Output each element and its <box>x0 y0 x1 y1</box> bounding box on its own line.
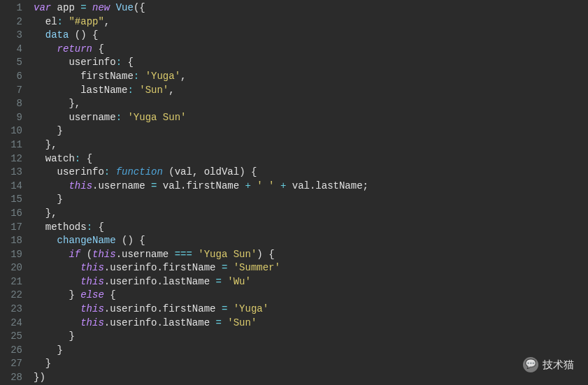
code-line[interactable]: var app = new Vue({ <box>34 1 588 15</box>
token-op: + <box>245 180 251 191</box>
code-line[interactable]: lastName: 'Sun', <box>34 84 588 98</box>
code-line[interactable]: changeName () { <box>34 234 588 248</box>
code-editor: 1234567891011121314151617181920212223242… <box>0 0 588 385</box>
token-punc: } <box>57 125 63 136</box>
token-id <box>227 262 233 273</box>
token-id: userinfo <box>110 276 157 287</box>
line-number: 2 <box>6 15 22 29</box>
code-line[interactable]: if (this.username === 'Yuga Sun') { <box>34 248 588 262</box>
code-line[interactable]: } <box>34 193 588 207</box>
token-id <box>34 249 69 260</box>
token-op: = <box>80 2 86 13</box>
token-id <box>34 180 69 191</box>
token-id: userinfo <box>34 166 104 177</box>
token-id <box>34 344 57 356</box>
token-this: this <box>92 249 116 260</box>
code-line[interactable]: this.username = val.firstName + ' ' + va… <box>34 180 588 194</box>
line-number: 19 <box>6 248 22 262</box>
token-id <box>80 153 86 164</box>
token-id <box>34 29 45 41</box>
code-line[interactable]: } else { <box>34 289 588 303</box>
code-line[interactable]: username: 'Yuga Sun' <box>34 111 588 125</box>
token-punc: } <box>57 194 63 205</box>
token-punc: }, <box>45 139 57 150</box>
line-number: 23 <box>6 303 22 317</box>
code-line[interactable]: el: "#app", <box>34 15 588 29</box>
token-op: : <box>75 153 80 164</box>
line-number: 7 <box>6 84 22 98</box>
code-line[interactable]: }, <box>34 138 588 152</box>
token-id <box>34 125 57 136</box>
token-punc: () { <box>75 29 99 41</box>
token-punc: . <box>157 262 162 273</box>
line-number: 21 <box>6 275 22 289</box>
code-area[interactable]: var app = new Vue({ el: "#app", data () … <box>28 0 588 385</box>
line-number: 22 <box>6 289 22 303</box>
token-id <box>116 235 122 246</box>
token-id: val <box>286 180 310 191</box>
code-line[interactable]: }) <box>34 371 588 385</box>
token-op: : <box>104 166 110 177</box>
line-number: 24 <box>6 317 22 330</box>
token-id: lastName <box>163 276 216 287</box>
token-punc: ) { <box>257 249 274 260</box>
token-id: methods <box>34 221 87 233</box>
token-id <box>275 180 280 191</box>
token-id <box>34 317 80 328</box>
token-id <box>69 29 74 41</box>
token-punc: ({ <box>134 2 145 13</box>
token-id <box>34 358 45 369</box>
code-line[interactable]: this.userinfo.lastName = 'Sun' <box>34 317 588 330</box>
code-line[interactable]: this.userinfo.lastName = 'Wu' <box>34 275 588 289</box>
token-str: 'Yuga' <box>145 71 180 82</box>
code-line[interactable]: userinfo: { <box>34 56 588 70</box>
token-punc: { <box>87 153 92 164</box>
line-number: 3 <box>6 29 22 43</box>
token-punc: } <box>45 358 51 369</box>
token-id: lastName <box>163 317 216 328</box>
token-punc: , <box>192 166 204 177</box>
token-kw: var <box>34 2 51 13</box>
code-line[interactable]: }, <box>34 207 588 221</box>
token-id: val <box>157 180 180 191</box>
token-str: 'Sun' <box>227 317 257 328</box>
token-fn: function <box>116 166 163 177</box>
code-line[interactable]: } <box>34 124 588 138</box>
token-def: changeName <box>57 235 116 246</box>
line-number-gutter: 1234567891011121314151617181920212223242… <box>0 0 28 385</box>
token-id: lastName <box>315 180 362 191</box>
code-line[interactable]: }, <box>34 97 588 111</box>
token-id <box>34 235 57 246</box>
token-kw2: return <box>57 43 92 55</box>
code-line[interactable]: this.userinfo.firstName = 'Summer' <box>34 261 588 275</box>
token-id: userinfo <box>110 317 157 328</box>
token-id: firstName <box>163 262 222 273</box>
code-line[interactable]: return { <box>34 43 588 57</box>
token-id <box>34 194 57 205</box>
token-id <box>34 98 69 109</box>
code-line[interactable]: } <box>34 357 588 371</box>
token-id: userinfo <box>110 262 157 273</box>
code-line[interactable]: this.userinfo.firstName = 'Yuga' <box>34 303 588 317</box>
token-punc: { <box>98 221 103 233</box>
code-line[interactable]: } <box>34 344 588 358</box>
watermark-text: 技术猫 <box>543 358 574 372</box>
code-line[interactable]: watch: { <box>34 152 588 166</box>
token-id <box>34 139 45 150</box>
token-op: : <box>127 85 133 96</box>
line-number: 17 <box>6 221 22 235</box>
code-line[interactable]: data () { <box>34 29 588 43</box>
token-id <box>87 2 92 13</box>
token-str: 'Yuga Sun' <box>127 112 186 123</box>
token-id <box>34 276 80 287</box>
token-id <box>163 166 168 177</box>
code-line[interactable]: methods: { <box>34 221 588 235</box>
code-line[interactable]: userinfo: function (val, oldVal) { <box>34 166 588 180</box>
token-punc: , <box>104 16 110 27</box>
code-line[interactable]: } <box>34 330 588 344</box>
token-str: 'Wu' <box>227 276 251 287</box>
code-line[interactable]: firstName: 'Yuga', <box>34 70 588 84</box>
token-kw2: else <box>80 289 104 300</box>
token-punc: } <box>57 344 63 356</box>
line-number: 25 <box>6 330 22 344</box>
